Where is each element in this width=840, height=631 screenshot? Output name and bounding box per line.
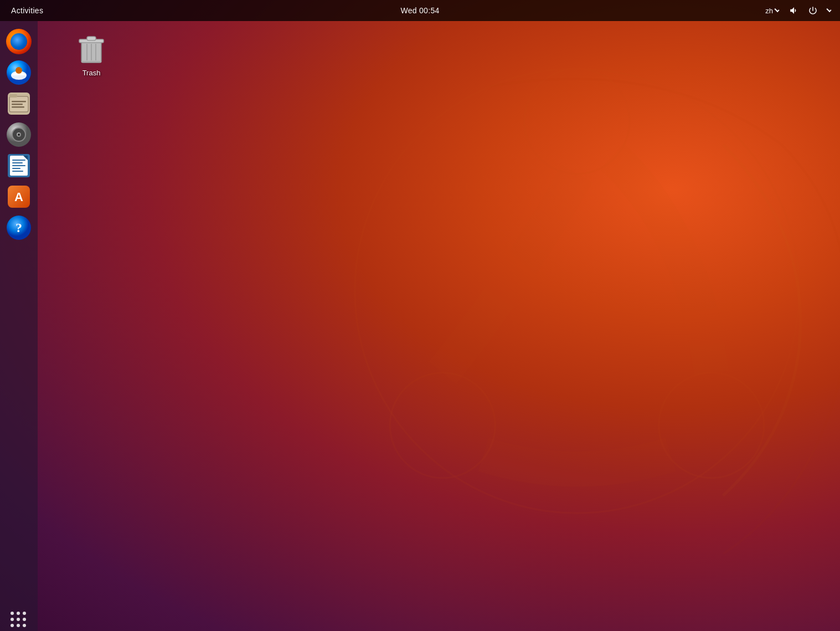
language-chevron-icon <box>774 7 779 12</box>
topbar-datetime[interactable]: Wed 00:54 <box>400 6 439 15</box>
svg-point-0 <box>355 69 799 513</box>
svg-rect-13 <box>9 94 17 98</box>
rhythmbox-icon <box>6 122 32 147</box>
svg-text:A: A <box>14 190 23 204</box>
show-applications-button[interactable] <box>0 609 38 631</box>
svg-rect-10 <box>12 101 26 102</box>
power-icon <box>808 6 818 16</box>
language-indicator[interactable]: zh <box>762 4 782 17</box>
dock-item-appcenter[interactable]: A <box>5 183 33 211</box>
writer-icon <box>6 153 32 178</box>
dock-item-writer[interactable] <box>5 152 33 179</box>
svg-rect-11 <box>12 104 23 105</box>
svg-point-1 <box>390 373 495 478</box>
activities-button[interactable]: Activities <box>7 4 48 17</box>
thunderbird-icon <box>6 60 32 85</box>
svg-rect-32 <box>87 37 96 40</box>
help-icon: ? <box>6 215 32 240</box>
system-chevron-icon <box>826 7 831 12</box>
topbar: Activities Wed 00:54 zh <box>0 0 840 21</box>
dock-item-firefox[interactable] <box>5 28 33 55</box>
volume-icon <box>789 6 799 16</box>
svg-point-3 <box>659 373 764 478</box>
dock: A ? <box>0 21 38 609</box>
svg-rect-36 <box>81 61 101 63</box>
topbar-right: zh <box>762 3 833 18</box>
svg-point-17 <box>18 134 20 136</box>
grid-dot <box>11 618 14 621</box>
svg-rect-22 <box>12 165 25 166</box>
appcenter-icon: A <box>6 184 32 209</box>
files-icon <box>6 91 32 116</box>
trash-label: Trash <box>83 69 101 77</box>
svg-text:?: ? <box>16 220 22 235</box>
trash-icon-image <box>77 34 106 66</box>
grid-dot <box>23 624 26 627</box>
grid-dot <box>17 618 20 621</box>
svg-rect-21 <box>12 162 23 163</box>
grid-dot <box>23 612 26 615</box>
dock-item-rhythmbox[interactable] <box>5 121 33 148</box>
volume-button[interactable] <box>787 3 801 18</box>
grid-dot <box>17 612 20 615</box>
svg-rect-23 <box>12 168 20 169</box>
grid-dot <box>11 612 14 615</box>
topbar-left: Activities <box>7 4 48 17</box>
svg-rect-24 <box>12 171 23 172</box>
power-button[interactable] <box>806 3 820 18</box>
ubuntu-logo-watermark <box>314 28 840 554</box>
firefox-icon <box>6 29 32 54</box>
show-apps-grid-icon <box>11 612 27 628</box>
trash-desktop-icon[interactable]: Trash <box>66 30 116 80</box>
grid-dot <box>11 624 14 627</box>
language-label: zh <box>765 7 773 15</box>
system-menu-button[interactable] <box>824 8 833 13</box>
svg-point-7 <box>16 67 22 74</box>
desktop <box>0 0 840 631</box>
svg-rect-20 <box>12 160 25 161</box>
dock-item-files[interactable] <box>5 90 33 117</box>
dock-item-help[interactable]: ? <box>5 214 33 242</box>
grid-dot <box>17 624 20 627</box>
dock-item-thunderbird[interactable] <box>5 59 33 86</box>
grid-dot <box>23 618 26 621</box>
svg-rect-12 <box>12 106 24 108</box>
